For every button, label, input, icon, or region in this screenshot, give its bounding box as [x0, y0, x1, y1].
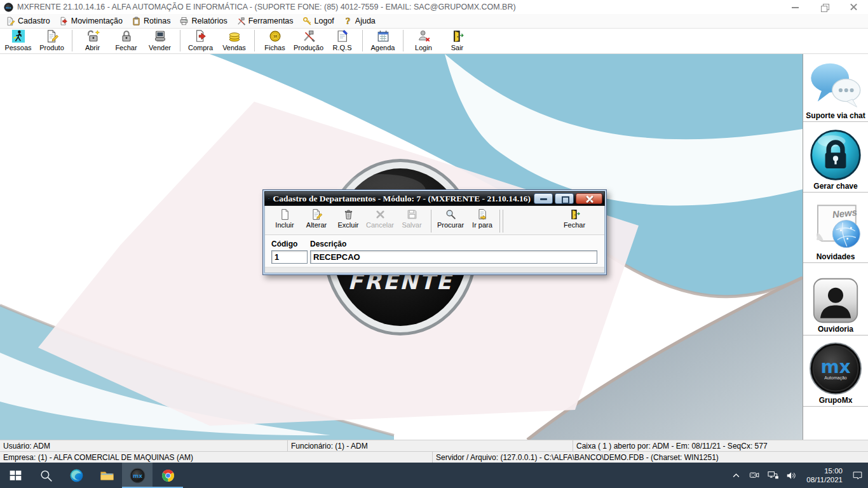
network-icon	[767, 470, 779, 482]
dialog-title: Cadastro de Departamentos - Módulo: 7 - …	[273, 194, 531, 204]
codigo-input[interactable]	[271, 250, 308, 264]
menu-label: Cadastro	[18, 17, 50, 25]
menu-movimentacao[interactable]: Movimentação	[55, 14, 127, 28]
incluir-button[interactable]: Incluir	[269, 208, 301, 234]
menu-ajuda[interactable]: Ajuda	[339, 14, 380, 28]
dialog-cadastro-departamentos: Cadastro de Departamentos - Módulo: 7 - …	[262, 189, 607, 275]
sidebar-item-ouvidoria[interactable]: Ouvidoria	[803, 263, 868, 336]
excluir-button[interactable]: Excluir	[332, 208, 364, 234]
toolbar-separator	[403, 30, 403, 51]
dialog-minimize-button[interactable]	[534, 193, 553, 204]
ir-para-button[interactable]: Ir para	[466, 208, 498, 234]
toolbar-separator	[180, 30, 180, 51]
menu-cadastro[interactable]: Cadastro	[1, 14, 55, 28]
close-door-icon	[569, 208, 581, 220]
taskbar-search-button[interactable]	[31, 463, 61, 488]
taskbar-explorer-button[interactable]	[92, 463, 122, 488]
menu-label: Relatórios	[191, 17, 227, 25]
calendar-icon	[376, 29, 390, 43]
dialog-titlebar[interactable]: Cadastro de Departamentos - Módulo: 7 - …	[264, 191, 605, 206]
toolbar-sair-button[interactable]: Sair	[440, 29, 474, 53]
start-button[interactable]	[0, 463, 31, 488]
procurar-button[interactable]: Procurar	[435, 208, 466, 234]
alterar-button[interactable]: Alterar	[301, 208, 332, 234]
window-restore-button[interactable]	[810, 0, 839, 14]
edge-icon	[69, 468, 85, 484]
sidebar-item-gerar-chave[interactable]: Gerar chave	[803, 122, 868, 193]
menu-label: Movimentação	[71, 17, 123, 25]
action-center-button[interactable]	[848, 463, 867, 488]
menu-rotinas[interactable]: Rotinas	[127, 14, 175, 28]
save-floppy-icon	[406, 208, 418, 220]
menu-logof[interactable]: Logof	[298, 14, 339, 28]
toolbar-vendas-button[interactable]: Vendas	[217, 29, 251, 53]
dialog-toolbar-separator	[431, 210, 431, 233]
toolbar-login-button[interactable]: Login	[407, 29, 440, 53]
window-close-button[interactable]	[839, 0, 868, 14]
menu-relatorios[interactable]: Relatórios	[175, 14, 231, 28]
system-tray: 15:00 08/11/2021	[727, 463, 868, 488]
status-empresa: Empresa: (1) - ALFA COMERCIAL DE MAQUINA…	[0, 452, 433, 463]
svg-text:Automação: Automação	[824, 376, 847, 381]
toolbar-compra-button[interactable]: Compra	[184, 29, 217, 53]
cancelar-button: Cancelar	[364, 208, 396, 234]
dialog-footer	[265, 267, 604, 273]
tray-chevron-button[interactable]	[727, 463, 745, 488]
toolbar-produto-button[interactable]: Produto	[35, 29, 69, 53]
toolbar-agenda-button[interactable]: Agenda	[366, 29, 400, 53]
person-x-icon	[417, 29, 431, 43]
chat-bubbles-icon	[808, 61, 864, 111]
lock-closed-icon	[119, 29, 133, 43]
window-minimize-button[interactable]	[780, 0, 810, 14]
dialog-window-controls	[534, 193, 602, 204]
goto-doc-icon	[477, 208, 489, 220]
tray-meet-now-button[interactable]	[745, 463, 764, 488]
person-silhouette-icon	[812, 277, 859, 324]
toolbar-fichas-button[interactable]: 10 Fichas	[258, 29, 292, 53]
descricao-input[interactable]	[310, 250, 597, 264]
doc-arrow-icon	[194, 29, 208, 43]
taskbar-edge-button[interactable]	[61, 463, 92, 488]
taskbar-mxfrente-button[interactable]	[122, 463, 153, 488]
dialog-close-button[interactable]	[576, 193, 602, 204]
taskbar-clock[interactable]: 15:00 08/11/2021	[801, 466, 848, 484]
dialog-logo-icon	[268, 194, 270, 203]
sidebar-item-novidades[interactable]: News Novidades	[803, 193, 868, 263]
dialog-form: Código Descrição	[265, 235, 604, 267]
dialog-toolbar-separator	[503, 210, 503, 233]
taskbar-chrome-button[interactable]	[153, 463, 183, 488]
salvar-button: Salvar	[396, 208, 428, 234]
codigo-label: Código	[271, 240, 308, 248]
app-window: MXFRENTE 21.10.14.16 - ALFA AUTOMAÇÃO E …	[0, 0, 868, 488]
menubar: Cadastro Movimentação Rotinas Relatórios…	[0, 14, 868, 29]
status-caixa: Caixa ( 1 ) aberto por: ADM - Em: 08/11/…	[573, 440, 868, 451]
register-icon	[153, 29, 167, 43]
news-globe-icon: News	[808, 201, 863, 252]
fechar-button[interactable]: Fechar	[559, 208, 590, 234]
menu-ferramentas[interactable]: Ferramentas	[232, 14, 298, 28]
money-icon	[227, 29, 241, 43]
sidebar-item-grupomx[interactable]: mx Automação GrupoMx	[803, 336, 868, 407]
tray-volume-button[interactable]	[782, 463, 801, 488]
toolbar-pessoas-button[interactable]: Pessoas	[1, 29, 35, 53]
clock-time: 15:00	[824, 466, 843, 475]
sidebar-item-suporte-chat[interactable]: Suporte via chat	[803, 54, 868, 122]
descricao-label: Descrição	[310, 240, 346, 248]
toolbar-rqs-button[interactable]: R.Q.S	[325, 29, 359, 53]
windows-logo-icon	[8, 468, 24, 484]
tray-network-button[interactable]	[764, 463, 782, 488]
toolbar-vender-button[interactable]: Vender	[143, 29, 177, 53]
workspace: FRENTE Cadastro de Departamentos - Módul…	[0, 54, 803, 440]
menu-label: Logof	[315, 17, 334, 25]
toolbar-separator	[362, 30, 363, 51]
toolbar-producao-button[interactable]: Produção	[292, 29, 325, 53]
key-icon	[302, 17, 312, 26]
exit-door-icon	[451, 29, 465, 43]
statusbar-row-2: Empresa: (1) - ALFA COMERCIAL DE MAQUINA…	[0, 451, 868, 463]
help-icon	[343, 17, 353, 26]
toolbar-fechar-button[interactable]: Fechar	[109, 29, 143, 53]
toolbar-abrir-button[interactable]: Abrir	[76, 29, 109, 53]
window-title: MXFRENTE 21.10.14.16 - ALFA AUTOMAÇÃO E …	[17, 3, 516, 11]
dialog-maximize-button[interactable]	[555, 193, 574, 204]
trash-icon	[342, 208, 355, 220]
